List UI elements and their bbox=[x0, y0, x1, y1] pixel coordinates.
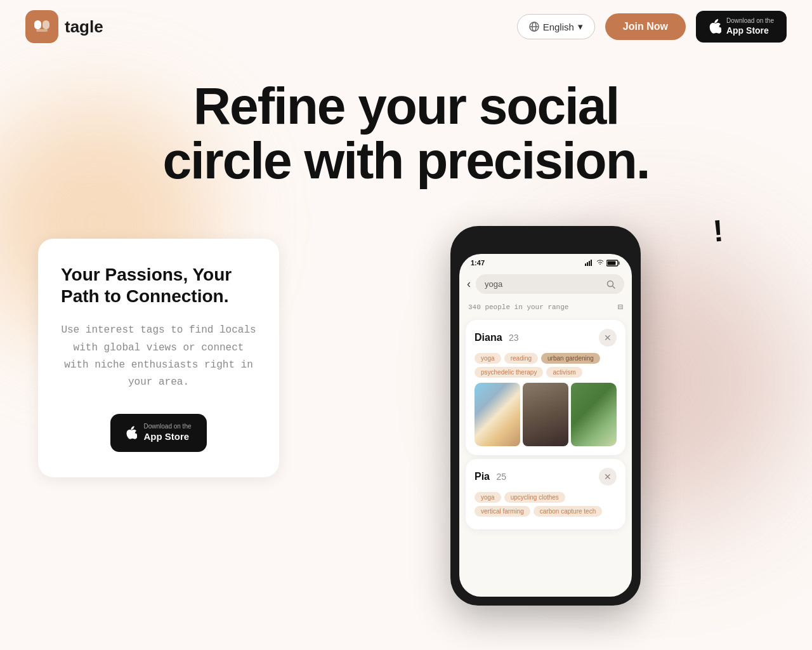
tag-reading: reading bbox=[504, 353, 538, 364]
svg-rect-8 bbox=[589, 261, 590, 266]
app-store-text-header: Download on the App Store bbox=[726, 17, 774, 36]
phone-screen: 1:47 bbox=[459, 254, 632, 597]
search-query: yoga bbox=[485, 279, 502, 289]
phone-time: 1:47 bbox=[471, 259, 485, 267]
filter-icon[interactable]: ⊟ bbox=[618, 302, 623, 312]
hero-line2: circle with precision. bbox=[162, 131, 649, 189]
phone-frame: 1:47 bbox=[450, 226, 641, 606]
logo-icon bbox=[25, 10, 58, 43]
photo-woman bbox=[523, 383, 568, 446]
profile-card-pia: Pia 25 ✕ yoga upcycling clothes vertical… bbox=[466, 459, 625, 529]
tags-pia: yoga upcycling clothes vertical farming … bbox=[475, 492, 617, 517]
tag-vertical-farming: vertical farming bbox=[475, 506, 530, 517]
header: tagle English ▾ Join Now Download on the… bbox=[0, 0, 812, 53]
svg-rect-2 bbox=[36, 29, 48, 32]
photo-forest bbox=[571, 383, 617, 446]
wifi-icon bbox=[596, 260, 604, 266]
svg-line-14 bbox=[613, 286, 615, 288]
profile-header-diana: Diana 23 ✕ bbox=[475, 329, 617, 347]
close-button-pia[interactable]: ✕ bbox=[599, 468, 617, 486]
left-feature-card: Your Passions, Your Path to Connection. … bbox=[38, 239, 279, 477]
tag-psychedelic-therapy: psychedelic therapy bbox=[475, 367, 543, 378]
profile-name-diana: Diana 23 bbox=[475, 332, 519, 343]
signal-icon bbox=[585, 260, 594, 266]
language-button[interactable]: English ▾ bbox=[517, 14, 595, 39]
tag-upcycling: upcycling clothes bbox=[504, 492, 565, 503]
language-label: English bbox=[543, 22, 574, 32]
left-card-description: Use interest tags to find locals with gl… bbox=[61, 322, 256, 391]
hero-headline: Refine your social circle with precision… bbox=[38, 79, 774, 188]
apple-icon bbox=[709, 19, 721, 34]
hero-section: Refine your social circle with precision… bbox=[0, 53, 812, 188]
status-icons bbox=[585, 260, 620, 267]
tag-activism: activism bbox=[546, 367, 582, 378]
card-app-store-text: Download on the App Store bbox=[143, 423, 191, 443]
close-button-diana[interactable]: ✕ bbox=[599, 329, 617, 347]
phone-search-area: ‹ yoga bbox=[459, 269, 632, 298]
tag-yoga: yoga bbox=[475, 353, 501, 364]
phone-mockup-area: ! 1:47 bbox=[317, 226, 774, 606]
svg-rect-11 bbox=[608, 261, 616, 265]
apple-icon-card bbox=[126, 426, 137, 440]
battery-icon bbox=[606, 260, 620, 267]
tag-urban-gardening: urban gardening bbox=[541, 353, 600, 364]
content-row: Your Passions, Your Path to Connection. … bbox=[0, 226, 812, 606]
globe-icon bbox=[529, 22, 539, 32]
phone-back-button[interactable]: ‹ bbox=[467, 277, 471, 291]
svg-rect-9 bbox=[591, 260, 592, 266]
hero-line1: Refine your social bbox=[193, 77, 619, 135]
svg-rect-6 bbox=[585, 263, 586, 266]
header-app-store-button[interactable]: Download on the App Store bbox=[696, 11, 787, 43]
header-nav: English ▾ Join Now Download on the App S… bbox=[517, 11, 787, 43]
logo-area: tagle bbox=[25, 10, 103, 43]
profile-name-pia: Pia 25 bbox=[475, 471, 506, 482]
svg-rect-7 bbox=[587, 262, 588, 266]
svg-rect-12 bbox=[619, 262, 620, 265]
phone-results-bar: 340 people in your range ⊟ bbox=[459, 298, 632, 316]
logo-text: tagle bbox=[65, 17, 103, 37]
profile-card-diana: Diana 23 ✕ yoga reading urban gardening … bbox=[466, 320, 625, 455]
svg-rect-1 bbox=[43, 20, 49, 29]
profile-photos-diana bbox=[475, 383, 617, 446]
phone-search-input[interactable]: yoga bbox=[476, 274, 624, 294]
exclamation-mark: ! bbox=[712, 213, 725, 249]
phone-status-bar: 1:47 bbox=[459, 254, 632, 269]
card-app-store-button[interactable]: Download on the App Store bbox=[110, 414, 206, 452]
photo-building bbox=[475, 383, 520, 446]
chevron-down-icon: ▾ bbox=[578, 21, 583, 32]
tag-yoga-pia: yoga bbox=[475, 492, 501, 503]
phone-notch bbox=[508, 235, 584, 251]
search-icon bbox=[606, 280, 615, 289]
results-count: 340 people in your range bbox=[468, 303, 568, 311]
svg-rect-0 bbox=[34, 20, 41, 29]
join-now-button[interactable]: Join Now bbox=[605, 13, 686, 40]
tags-diana: yoga reading urban gardening psychedelic… bbox=[475, 353, 617, 378]
left-card-title: Your Passions, Your Path to Connection. bbox=[61, 264, 256, 307]
tag-carbon-capture: carbon capture tech bbox=[534, 506, 602, 517]
profile-header-pia: Pia 25 ✕ bbox=[475, 468, 617, 486]
